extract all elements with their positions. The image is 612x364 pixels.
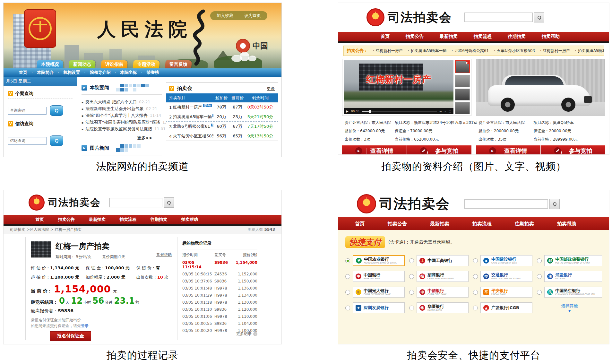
- bank-card[interactable]: 浦 浦发银行SPD BANK: [544, 271, 602, 282]
- news-item[interactable]: 法院"四个全"认真学习十八大报告11-14: [82, 112, 162, 119]
- nav-auction-notice[interactable]: 拍卖公告: [58, 217, 75, 222]
- tab-special-topics[interactable]: 专题活动: [133, 60, 160, 68]
- nav-auction-process[interactable]: 拍卖流程: [472, 221, 492, 227]
- search-input[interactable]: [464, 13, 533, 22]
- bank-card[interactable]: 华 华夏银行HUAXIA BANK: [417, 302, 469, 313]
- bank-radio[interactable]: [473, 258, 478, 263]
- news-item[interactable]: 法院设置专职廉政监察员促司法廉洁11-01: [82, 126, 162, 133]
- join-badge[interactable]: 参与: [211, 124, 213, 126]
- video-player[interactable]: 红梅新村一房产 00:05 ◄ ↗ ⬚: [344, 60, 453, 114]
- bank-card[interactable]: 平 平安银行PINGAN BANK: [480, 287, 532, 298]
- nav-past-auction[interactable]: 往期拍卖: [515, 221, 534, 227]
- notice-item[interactable]: 红梅新村一房产: [540, 48, 570, 54]
- nav-auction-help[interactable]: 拍卖帮助: [557, 221, 576, 227]
- search-input[interactable]: [109, 198, 162, 207]
- join-badge[interactable]: 参与: [212, 114, 213, 117]
- view-detail-button[interactable]: 查看详情: [342, 145, 407, 155]
- nav-past-auction[interactable]: 往期拍卖: [508, 34, 526, 39]
- bank-radio[interactable]: [537, 274, 542, 279]
- bank-radio[interactable]: [409, 290, 414, 295]
- bank-radio[interactable]: [409, 258, 414, 263]
- bank-card[interactable]: ★ 深圳发展银行: [353, 302, 405, 313]
- search-button[interactable]: [549, 199, 560, 209]
- nav-latest-auction[interactable]: 最新拍卖: [440, 34, 458, 39]
- nav-latest-auction[interactable]: 最新拍卖: [89, 217, 106, 222]
- bank-radio[interactable]: [345, 258, 350, 263]
- nav-auction-process[interactable]: 拍卖流程: [474, 34, 492, 39]
- bank-radio[interactable]: [345, 274, 350, 279]
- bank-radio[interactable]: [537, 258, 542, 263]
- news-more-link[interactable]: 更多>>: [82, 135, 152, 141]
- notice-item[interactable]: 拍卖奥迪A5轿车一辆: [575, 48, 604, 54]
- nav-home[interactable]: 首页: [19, 70, 27, 75]
- auction-item-link[interactable]: 拍卖奥迪A5轿车一辆参与: [173, 114, 213, 120]
- pay-deposit-button[interactable]: 报名付保证金: [50, 331, 91, 341]
- view-detail-button[interactable]: 查看详情: [476, 145, 540, 155]
- nav-court-intro[interactable]: 本院简介: [27, 70, 54, 75]
- bank-card[interactable]: 民 中国民生银行CHINA MINSHENG BANKING CORP.,LTD…: [544, 287, 602, 298]
- bank-card[interactable]: 交 交通银行BANK OF COMMUNICATIONS: [480, 271, 532, 282]
- join-bid-button[interactable]: 参与竞拍: [541, 145, 606, 155]
- bank-radio[interactable]: [473, 306, 478, 310]
- bank-radio[interactable]: [537, 290, 542, 295]
- bank-card[interactable]: 中 中信银行CHINA CITIC BANK: [417, 287, 469, 298]
- petition-query-input[interactable]: [8, 137, 47, 145]
- nav-location[interactable]: 本院坐标: [110, 70, 137, 75]
- video-progress-bar[interactable]: [362, 111, 437, 112]
- tab-overview[interactable]: 本院概况: [37, 60, 64, 68]
- case-search-button[interactable]: [50, 105, 63, 116]
- photo-thumbnail[interactable]: [455, 102, 470, 114]
- volume-icon[interactable]: ◄: [439, 110, 442, 113]
- bank-radio[interactable]: [473, 290, 478, 295]
- choose-other-link[interactable]: 选择其他: [561, 303, 578, 309]
- fullscreen-icon[interactable]: ⬚: [448, 110, 451, 113]
- login-link[interactable]: 登录: [81, 324, 89, 328]
- tab-litigation-guide[interactable]: 诉讼指南: [101, 60, 128, 68]
- bank-card[interactable]: 招 招商银行CHINA MERCHANTS BANK: [417, 271, 469, 282]
- bank-radio[interactable]: [345, 290, 350, 295]
- auction-item-link[interactable]: 北路6号听松公寓61参与: [173, 124, 213, 129]
- nav-home[interactable]: 首页: [381, 34, 390, 39]
- nav-past-auction[interactable]: 往期拍卖: [151, 217, 167, 222]
- play-icon[interactable]: [346, 109, 349, 113]
- bank-card[interactable]: ▲ 广发银行|CGB: [480, 302, 532, 313]
- add-favorite-link[interactable]: 加入收藏: [217, 13, 233, 19]
- bank-radio[interactable]: [345, 306, 350, 310]
- bank-card[interactable]: E 中国光大银行CHINA EVERBRIGHT BANK: [353, 287, 405, 298]
- set-homepage-link[interactable]: 设为首页: [244, 13, 261, 19]
- news-item[interactable]: 法院召开"校园伤害纠纷预防及应对"座谈11-01: [82, 119, 162, 126]
- nav-honor-roll[interactable]: 荣誉榜: [137, 70, 159, 75]
- search-input[interactable]: [464, 199, 548, 209]
- news-item[interactable]: 突出六大特点 把好六个关口02-21: [82, 99, 162, 106]
- nav-auction-notice[interactable]: 拍卖公告: [406, 34, 424, 39]
- petition-search-button[interactable]: [50, 135, 63, 146]
- nav-leaders[interactable]: 院领导介绍: [80, 70, 110, 75]
- auction-item-link[interactable]: 火车站旁小区五楼503参与: [173, 133, 213, 139]
- join-bid-button[interactable]: 参与竞拍: [407, 145, 472, 155]
- search-button[interactable]: [534, 12, 544, 22]
- nav-latest-auction[interactable]: 最新拍卖: [430, 221, 449, 227]
- chevron-down-icon[interactable]: [568, 309, 571, 313]
- photo-thumbnail[interactable]: [455, 89, 470, 101]
- notice-item[interactable]: 拍卖奥迪A5轿车一辆: [408, 48, 447, 54]
- search-button[interactable]: [164, 197, 174, 208]
- nav-auction-help[interactable]: 拍卖帮助: [542, 34, 560, 39]
- case-query-input[interactable]: [8, 107, 47, 115]
- more-records-link[interactable]: 更多记录: [236, 331, 257, 337]
- nav-home[interactable]: 首页: [36, 217, 44, 222]
- bank-radio[interactable]: [409, 274, 414, 279]
- breadcrumb[interactable]: 司法拍卖 >区人民法院 > 红梅一房产拍卖: [10, 227, 82, 232]
- tab-feedback[interactable]: 留言反馈: [165, 60, 192, 68]
- tab-news[interactable]: 新闻动态: [69, 60, 96, 68]
- notice-item[interactable]: 红梅新村一房产: [373, 48, 403, 54]
- auction-item-link[interactable]: 红梅新村一房产参与: [173, 104, 213, 110]
- share-icon[interactable]: ↗: [444, 110, 446, 113]
- join-badge[interactable]: 参与: [203, 104, 212, 107]
- video-thumbnail[interactable]: [455, 60, 470, 73]
- bid-help-link[interactable]: 竞买帮助: [156, 252, 172, 257]
- bank-card[interactable]: ◆ 中国建设银行China Construction Bank: [480, 255, 532, 266]
- bank-radio[interactable]: [473, 274, 478, 279]
- nav-auction-process[interactable]: 拍卖流程: [120, 217, 136, 222]
- auction-more-link[interactable]: 更多: [267, 86, 275, 91]
- bank-card[interactable]: 邮 中国邮政储蓄银行POSTAL SAVINGS BANK OF CHINA: [544, 255, 602, 266]
